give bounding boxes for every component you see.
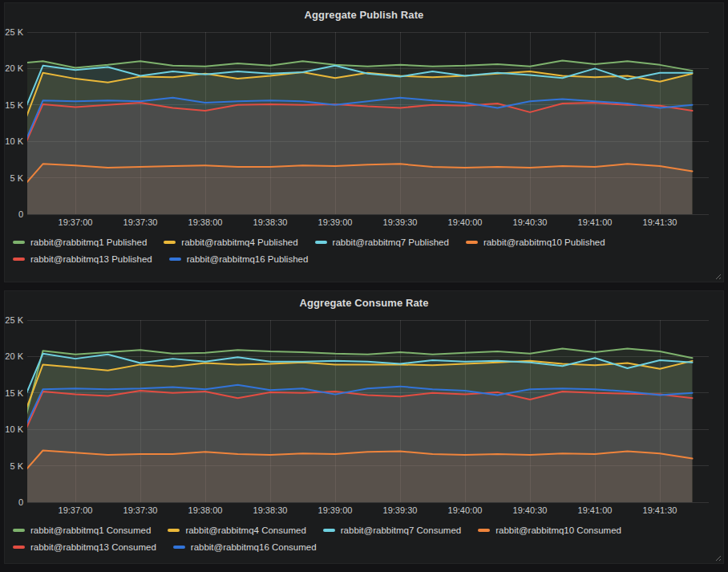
y-axis-tick-label: 15 K xyxy=(5,388,23,398)
legend-item[interactable]: rabbit@rabbitmq7 Consumed xyxy=(323,525,461,535)
y-axis-tick-label: 0 xyxy=(18,497,23,507)
legend-item[interactable]: rabbit@rabbitmq4 Consumed xyxy=(168,525,305,535)
x-axis-tick-label: 19:39:00 xyxy=(318,217,353,226)
legend-color-swatch-icon xyxy=(13,258,25,261)
y-axis-tick-label: 5 K xyxy=(10,461,23,471)
legend-color-swatch-icon xyxy=(478,529,490,532)
x-axis-tick-label: 19:37:30 xyxy=(123,505,158,514)
legend-item[interactable]: rabbit@rabbitmq13 Consumed xyxy=(13,542,156,552)
legend-color-swatch-icon xyxy=(323,529,335,532)
x-axis-tick-label: 19:37:30 xyxy=(123,217,158,226)
x-axis-tick-label: 19:40:30 xyxy=(513,217,548,226)
legend-color-swatch-icon xyxy=(13,241,25,244)
x-axis-tick-label: 19:37:00 xyxy=(59,505,93,514)
x-axis-tick-label: 19:41:00 xyxy=(578,505,613,514)
dashboard: Aggregate Publish Rate 05 K10 K15 K20 K2… xyxy=(0,0,728,564)
series-area xyxy=(10,385,693,502)
x-axis-tick-label: 19:39:30 xyxy=(383,505,418,514)
panel-title: Aggregate Publish Rate xyxy=(5,3,723,26)
y-axis-tick-label: 25 K xyxy=(5,27,23,37)
legend-label: rabbit@rabbitmq13 Consumed xyxy=(30,542,156,552)
y-axis-tick-label: 0 xyxy=(18,209,23,219)
y-axis-tick-label: 25 K xyxy=(5,315,23,325)
x-axis-tick-label: 19:38:30 xyxy=(253,505,288,514)
x-axis-tick-label: 19:39:30 xyxy=(383,217,418,226)
x-axis-tick-label: 19:40:30 xyxy=(513,505,548,514)
x-axis-tick-label: 19:39:00 xyxy=(318,505,353,514)
legend-color-swatch-icon xyxy=(13,529,25,532)
legend-label: rabbit@rabbitmq4 Published xyxy=(181,237,297,247)
panel-aggregate-consume-rate: Aggregate Consume Rate 05 K10 K15 K20 K2… xyxy=(4,290,724,564)
chart-canvas-publish[interactable]: 05 K10 K15 K20 K25 K19:37:0019:37:3019:3… xyxy=(5,26,724,226)
x-axis-tick-label: 19:41:30 xyxy=(643,217,677,226)
x-axis-tick-label: 19:40:00 xyxy=(448,505,483,514)
y-axis-tick-label: 20 K xyxy=(5,351,23,361)
y-axis-tick-label: 5 K xyxy=(10,173,23,183)
x-axis-tick-label: 19:40:00 xyxy=(448,217,483,226)
legend-color-swatch-icon xyxy=(466,241,478,244)
x-axis-tick-label: 19:41:30 xyxy=(643,505,677,514)
y-axis-tick-label: 20 K xyxy=(5,63,23,73)
series-area xyxy=(10,98,693,214)
legend-item[interactable]: rabbit@rabbitmq10 Consumed xyxy=(478,525,621,535)
legend-publish: rabbit@rabbitmq1 Publishedrabbit@rabbitm… xyxy=(5,226,723,264)
legend-label: rabbit@rabbitmq13 Published xyxy=(30,254,152,264)
legend-color-swatch-icon xyxy=(169,258,181,261)
legend-item[interactable]: rabbit@rabbitmq7 Published xyxy=(315,237,449,247)
chart-canvas-consume[interactable]: 05 K10 K15 K20 K25 K19:37:0019:37:3019:3… xyxy=(5,314,724,514)
legend-label: rabbit@rabbitmq7 Consumed xyxy=(341,525,461,535)
legend-item[interactable]: rabbit@rabbitmq16 Published xyxy=(169,254,309,264)
legend-item[interactable]: rabbit@rabbitmq4 Published xyxy=(164,237,297,247)
panel-aggregate-publish-rate: Aggregate Publish Rate 05 K10 K15 K20 K2… xyxy=(4,2,724,282)
legend-label: rabbit@rabbitmq1 Consumed xyxy=(30,525,151,535)
y-axis-tick-label: 10 K xyxy=(5,424,23,434)
legend-color-swatch-icon xyxy=(315,241,327,244)
panel-resize-handle-icon[interactable] xyxy=(715,555,722,562)
legend-label: rabbit@rabbitmq10 Consumed xyxy=(495,525,621,535)
x-axis-tick-label: 19:41:00 xyxy=(578,217,613,226)
legend-color-swatch-icon xyxy=(164,241,176,244)
legend-item[interactable]: rabbit@rabbitmq10 Published xyxy=(466,237,605,247)
panel-title: Aggregate Consume Rate xyxy=(5,291,723,314)
legend-color-swatch-icon xyxy=(173,546,185,549)
legend-consume: rabbit@rabbitmq1 Consumedrabbit@rabbitmq… xyxy=(5,514,723,552)
legend-item[interactable]: rabbit@rabbitmq16 Consumed xyxy=(173,542,317,552)
legend-color-swatch-icon xyxy=(13,546,25,549)
y-axis-tick-label: 10 K xyxy=(5,136,23,146)
y-axis-tick-label: 15 K xyxy=(5,100,23,110)
legend-label: rabbit@rabbitmq10 Published xyxy=(483,237,605,247)
legend-label: rabbit@rabbitmq1 Published xyxy=(30,237,147,247)
legend-item[interactable]: rabbit@rabbitmq1 Consumed xyxy=(13,525,151,535)
legend-item[interactable]: rabbit@rabbitmq1 Published xyxy=(13,237,147,247)
x-axis-tick-label: 19:38:00 xyxy=(188,217,223,226)
legend-item[interactable]: rabbit@rabbitmq13 Published xyxy=(13,254,152,264)
legend-label: rabbit@rabbitmq16 Published xyxy=(187,254,309,264)
panel-resize-handle-icon[interactable] xyxy=(715,274,722,280)
x-axis-tick-label: 19:38:00 xyxy=(188,505,223,514)
legend-color-swatch-icon xyxy=(168,529,180,532)
legend-label: rabbit@rabbitmq4 Consumed xyxy=(185,525,305,535)
x-axis-tick-label: 19:37:00 xyxy=(59,217,93,226)
legend-label: rabbit@rabbitmq16 Consumed xyxy=(191,542,317,552)
legend-label: rabbit@rabbitmq7 Published xyxy=(333,237,449,247)
x-axis-tick-label: 19:38:30 xyxy=(253,217,288,226)
